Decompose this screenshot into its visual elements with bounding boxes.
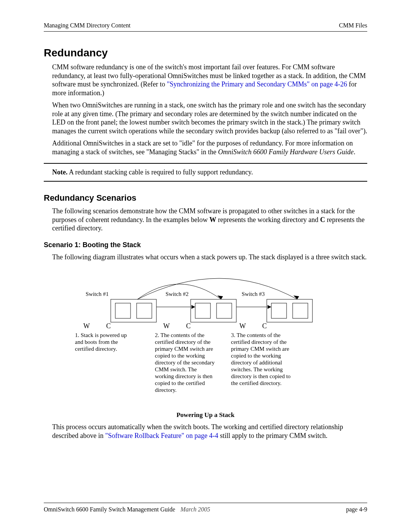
sw1-w: W [83, 322, 90, 330]
sw1-c: C [106, 322, 111, 330]
figure-title: Powering Up a Stack [44, 411, 367, 419]
section-title: Redundancy [44, 47, 367, 59]
footer-date: March 2005 [180, 506, 210, 513]
p3-post: . [354, 148, 355, 156]
p3-italic: OmniSwitch 6600 Family Hardware Users Gu… [218, 148, 354, 156]
p6-post: still apply to the primary CMM switch. [218, 432, 328, 439]
paragraph-5: The following diagram illustrates what o… [52, 253, 367, 262]
header-left: Managing CMM Directory Content [44, 22, 131, 29]
svg-rect-11 [293, 303, 308, 318]
diagram: Switch #1 Switch #2 Switch #3 W C W C W … [52, 273, 367, 410]
p4-mid: represents the working directory and [216, 216, 320, 224]
paragraph-2: When two OmniSwitches are running in a s… [52, 101, 367, 135]
footer-guide: OmniSwitch 6600 Family Switch Management… [44, 506, 175, 513]
note-block: Note. A redundant stacking cable is requ… [44, 163, 367, 182]
paragraph-3: Additional OmniSwitches in a stack are s… [52, 139, 367, 156]
sw2-w: W [163, 322, 170, 330]
caption-2: 2. The contents of the certified directo… [155, 332, 216, 393]
page: Managing CMM Directory Content CMM Files… [0, 0, 411, 532]
switch2-label: Switch #2 [166, 291, 188, 297]
caption-3: 3. The contents of the certified directo… [231, 332, 292, 387]
svg-rect-8 [217, 303, 232, 318]
sw2-c: C [186, 322, 191, 330]
switch1-label: Switch #1 [86, 291, 108, 297]
sw3-w: W [239, 322, 246, 330]
header-right: CMM Files [339, 22, 367, 29]
svg-rect-7 [195, 303, 210, 318]
subsection-title: Redundancy Scenarios [44, 193, 367, 203]
page-header: Managing CMM Directory Content CMM Files [44, 22, 367, 32]
svg-rect-10 [271, 303, 287, 318]
paragraph-6: This process occurs automatically when t… [52, 423, 367, 440]
page-footer: OmniSwitch 6600 Family Switch Management… [44, 503, 367, 513]
link-sync-cmms[interactable]: "Synchronizing the Primary and Secondary… [167, 80, 347, 88]
svg-rect-5 [137, 303, 152, 318]
sw3-c: C [262, 322, 267, 330]
p4-bold-w: W [209, 216, 216, 224]
diagram-svg [88, 273, 331, 326]
footer-page: page 4-9 [346, 506, 367, 513]
scenario-title: Scenario 1: Booting the Stack [44, 241, 367, 249]
svg-rect-4 [115, 303, 131, 318]
switch3-label: Switch #3 [242, 291, 264, 297]
paragraph-1: CMM software redundancy is one of the sw… [52, 63, 367, 97]
p4-bold-c: C [320, 216, 325, 224]
note-label: Note. [52, 168, 67, 176]
note-text: A redundant stacking cable is required t… [67, 168, 253, 176]
caption-1: 1. Stack is powered up and boots from th… [75, 332, 136, 352]
paragraph-4: The following scenarios demonstrate how … [52, 207, 367, 233]
link-rollback[interactable]: "Software Rollback Feature" on page 4-4 [105, 432, 218, 439]
